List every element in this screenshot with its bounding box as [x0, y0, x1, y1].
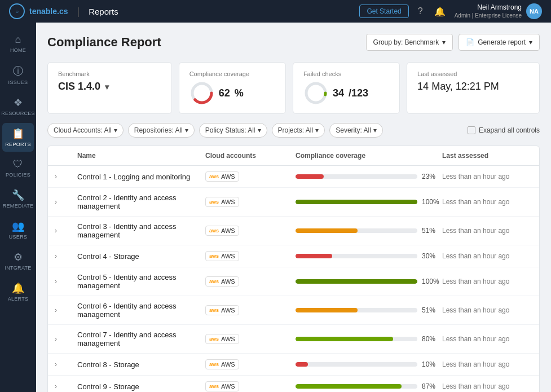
coverage-unit: %	[235, 87, 244, 99]
aws-logo-6: aws	[209, 336, 219, 342]
sidebar-item-alerts[interactable]: 🔔 ALERTS	[2, 278, 34, 306]
filter-repositories[interactable]: Repositories: All ▾	[128, 123, 195, 138]
row-cloud-6: aws AWS	[205, 334, 296, 344]
filter-policy-status[interactable]: Policy Status: All ▾	[199, 123, 267, 138]
table-row: › Control 2 - Identity and access manage…	[48, 188, 539, 217]
cloud-name-1: AWS	[221, 199, 235, 205]
get-started-button[interactable]: Get Started	[359, 5, 408, 18]
th-coverage: Compliance coverage	[296, 152, 442, 160]
row-chevron-3[interactable]: ›	[55, 252, 77, 260]
failed-card: Failed checks 34/123	[293, 62, 400, 114]
row-name-8: Control 9 - Storage	[77, 382, 205, 391]
page-title: Compliance Report	[47, 35, 161, 50]
row-name-2: Control 3 - Identity and access manageme…	[77, 222, 205, 239]
row-progress-3: 30%	[296, 252, 442, 260]
failed-value: 34	[333, 87, 344, 99]
aws-logo-2: aws	[209, 228, 219, 234]
progress-bar-fill-6	[296, 337, 393, 341]
benchmark-label: Benchmark	[58, 71, 161, 77]
failed-total: /123	[349, 87, 368, 99]
progress-bar-fill-7	[296, 362, 308, 367]
table-row: › Control 7 - Identity and access manage…	[48, 325, 539, 354]
table-row: › Control 1 - Logging and monitoring aws…	[48, 166, 539, 188]
page-header: Compliance Report Group by: Benchmark ▾ …	[47, 34, 540, 51]
user-name: Neil Armstrong	[455, 3, 522, 12]
coverage-value: 62	[219, 87, 230, 99]
sidebar-item-reports[interactable]: 📋 REPORTS	[2, 123, 34, 152]
sidebar-item-resources[interactable]: ❖ RESOURCES	[2, 92, 34, 121]
row-chevron-0[interactable]: ›	[55, 173, 77, 180]
nav-title: Reports	[89, 7, 118, 16]
pct-label-0: 23%	[422, 173, 442, 180]
sidebar-item-issues[interactable]: ⓘ ISSUES	[2, 60, 34, 90]
table-row: › Control 4 - Storage aws AWS 30% Less t…	[48, 245, 539, 267]
row-chevron-2[interactable]: ›	[55, 227, 77, 235]
expand-checkbox[interactable]	[468, 126, 475, 134]
row-name-3: Control 4 - Storage	[77, 252, 205, 261]
sidebar-item-policies[interactable]: 🛡 POLICIES	[2, 154, 34, 182]
progress-bar-fill-4	[296, 279, 417, 284]
row-cloud-8: aws AWS	[205, 381, 296, 391]
generate-label: Generate report	[478, 38, 526, 46]
last-assessed-value: 14 May, 12:21 PM	[417, 81, 529, 93]
cloud-chevron-icon: ▾	[114, 126, 117, 134]
progress-bar-wrap-5	[296, 308, 417, 312]
repos-chevron-icon: ▾	[185, 126, 188, 134]
th-name: Name	[77, 152, 205, 160]
sidebar-item-users[interactable]: 👥 USERS	[2, 215, 34, 244]
row-cloud-2: aws AWS	[205, 226, 296, 236]
issues-icon: ⓘ	[13, 64, 23, 78]
row-chevron-6[interactable]: ›	[55, 335, 77, 343]
row-progress-6: 80%	[296, 335, 442, 343]
last-assessed-card: Last assessed 14 May, 12:21 PM	[407, 62, 540, 114]
group-by-button[interactable]: Group by: Benchmark ▾	[366, 34, 453, 51]
pct-label-2: 51%	[422, 227, 442, 235]
failed-label: Failed checks	[303, 71, 389, 77]
benchmark-dropdown[interactable]: ▾	[105, 82, 109, 91]
filter-severity[interactable]: Severity: All ▾	[329, 123, 383, 138]
aws-badge-7: aws AWS	[205, 359, 239, 369]
row-progress-1: 100%	[296, 198, 442, 206]
sidebar-item-home[interactable]: ⌂ HOME	[2, 29, 34, 58]
coverage-donut-wrap: 62%	[189, 81, 275, 105]
row-time-2: Less than an hour ago	[442, 227, 532, 235]
user-info: Neil Armstrong Admin | Enterprise Licens…	[455, 3, 542, 20]
aws-badge-3: aws AWS	[205, 251, 239, 261]
progress-bar-wrap-7	[296, 362, 417, 367]
group-by-chevron-icon: ▾	[442, 38, 446, 46]
row-time-8: Less than an hour ago	[442, 382, 532, 390]
cloud-name-7: AWS	[221, 361, 235, 368]
filter-projects[interactable]: Projects: All ▾	[272, 123, 325, 138]
progress-bar-fill-1	[296, 200, 417, 204]
progress-bar-fill-8	[296, 384, 402, 389]
aws-logo-7: aws	[209, 362, 219, 367]
aws-badge-8: aws AWS	[205, 381, 239, 391]
aws-logo-8: aws	[209, 384, 219, 389]
help-icon[interactable]: ?	[416, 4, 425, 19]
document-icon: 📄	[466, 38, 474, 46]
progress-bar-wrap-8	[296, 384, 417, 389]
progress-bar-wrap-1	[296, 200, 417, 204]
cloud-name-6: AWS	[221, 336, 235, 342]
generate-report-button[interactable]: 📄 Generate report ▾	[459, 34, 540, 51]
sidebar-item-remediate[interactable]: 🔧 REMEDIATE	[2, 184, 34, 213]
table-row: › Control 9 - Storage aws AWS 87% Less t…	[48, 376, 539, 392]
row-chevron-4[interactable]: ›	[55, 278, 77, 285]
sidebar-item-integrate[interactable]: ⚙ INTGRATE	[2, 246, 34, 275]
row-name-1: Control 2 - Identity and access manageme…	[77, 193, 205, 210]
row-chevron-5[interactable]: ›	[55, 306, 77, 314]
expand-controls[interactable]: Exapand all controls	[468, 126, 540, 134]
notifications-icon[interactable]: 🔔	[432, 4, 448, 19]
filter-cloud-accounts[interactable]: Cloud Accounts: All ▾	[47, 123, 124, 138]
benchmark-value: CIS 1.4.0 ▾	[58, 81, 161, 93]
row-chevron-7[interactable]: ›	[55, 360, 77, 368]
last-assessed-label: Last assessed	[417, 71, 529, 77]
pct-label-1: 100%	[422, 198, 442, 206]
policy-chevron-icon: ▾	[258, 126, 261, 134]
th-last-assessed: Last assessed	[442, 152, 532, 160]
logo-area: ○ tenable.cs	[9, 3, 68, 19]
home-icon: ⌂	[15, 34, 21, 46]
row-time-6: Less than an hour ago	[442, 335, 532, 343]
row-chevron-8[interactable]: ›	[55, 382, 77, 390]
row-chevron-1[interactable]: ›	[55, 198, 77, 206]
